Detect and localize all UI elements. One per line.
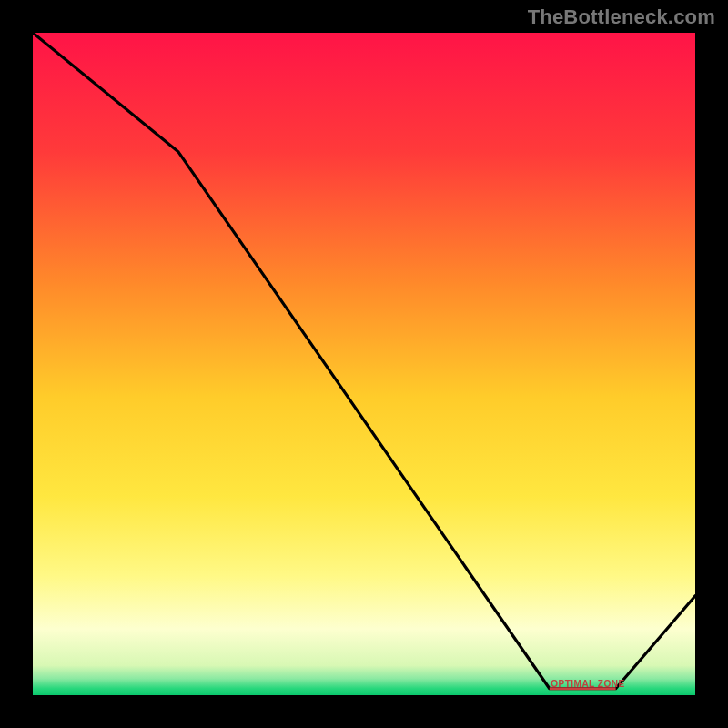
plot-area: OPTIMAL ZONE	[27, 27, 701, 701]
optimal-zone-label: OPTIMAL ZONE	[551, 679, 624, 689]
bottleneck-line	[33, 33, 695, 695]
chart-frame: TheBottleneck.com OPTIMAL ZONE	[0, 0, 728, 728]
watermark-text: TheBottleneck.com	[528, 5, 715, 29]
